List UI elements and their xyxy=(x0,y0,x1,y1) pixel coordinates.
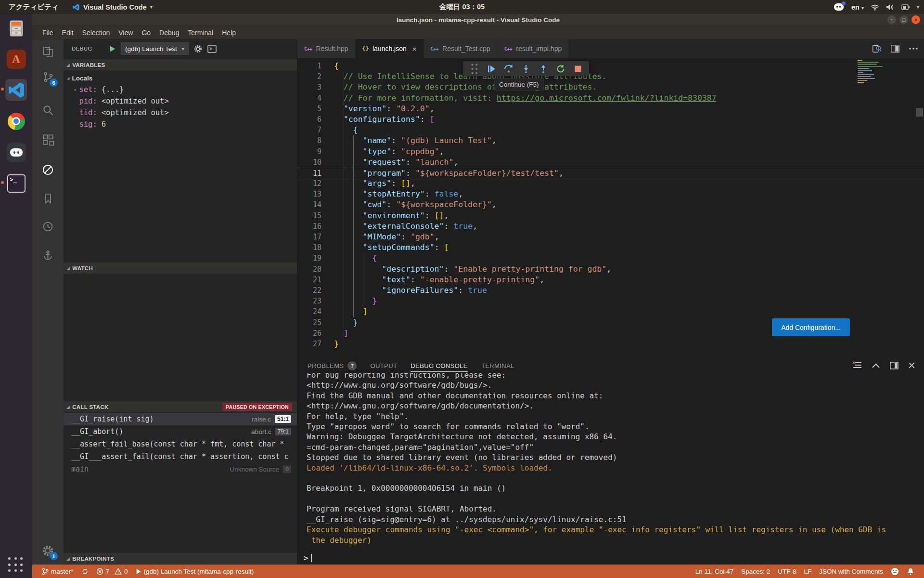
variable-row[interactable]: ▸set:{...} xyxy=(64,84,297,95)
continue-button[interactable] xyxy=(484,62,499,76)
settings-gear-icon[interactable]: 1 xyxy=(32,540,64,561)
stack-frame[interactable]: __GI___assert_fail(const char * assertio… xyxy=(64,450,297,463)
code-line[interactable]: 20 "description": "Enable pretty-printin… xyxy=(297,264,924,275)
keyboard-layout-indicator[interactable]: en ▾ xyxy=(851,3,864,11)
clock[interactable]: 金曜日 03：05 xyxy=(439,0,485,14)
tab-result_impl.hpp[interactable]: C++result_impl.hpp xyxy=(498,39,569,58)
debug-icon[interactable] xyxy=(32,159,64,180)
git-branch-item[interactable]: master* xyxy=(38,565,77,578)
activities-button[interactable]: アクティビティ xyxy=(0,0,67,14)
drag-grip-icon[interactable] xyxy=(467,62,481,76)
indentation-item[interactable]: Spaces: 2 xyxy=(737,568,774,575)
system-tray[interactable]: en ▾ ▾ xyxy=(834,0,919,14)
clear-console-icon[interactable] xyxy=(852,361,862,370)
more-actions-icon[interactable] xyxy=(909,47,918,51)
code-line[interactable]: 14 "cwd": "${workspaceFolder}", xyxy=(297,199,924,210)
code-line[interactable]: 10 "request": "launch", xyxy=(297,157,924,168)
variables-section-header[interactable]: ◢ VARIABLES xyxy=(64,59,297,70)
open-changes-icon[interactable] xyxy=(872,44,882,53)
restart-button[interactable] xyxy=(553,62,568,76)
step-out-button[interactable] xyxy=(536,62,551,76)
extensions-icon[interactable] xyxy=(32,129,64,150)
add-configuration-button[interactable]: Add Configuration... xyxy=(772,318,850,336)
code-line[interactable]: 12 "args": [], xyxy=(297,178,924,189)
stack-frame[interactable]: __assert_fail_base(const char * fmt, con… xyxy=(64,438,297,450)
debug-console-input[interactable]: > xyxy=(297,552,924,565)
tab-launch.json[interactable]: {}launch.json× xyxy=(356,39,424,58)
code-line[interactable]: 15 "environment": [], xyxy=(297,210,924,221)
panel-tab-output[interactable]: OUTPUT xyxy=(370,359,397,372)
encoding-item[interactable]: UTF-8 xyxy=(774,568,800,575)
search-icon[interactable] xyxy=(32,100,64,121)
split-editor-icon[interactable] xyxy=(890,44,900,53)
start-debug-icon[interactable] xyxy=(109,45,116,53)
stack-frame[interactable]: mainUnknown Source0 xyxy=(64,463,297,475)
code-line[interactable]: 19 { xyxy=(297,253,924,263)
code-line[interactable]: 17 "MIMode": "gdb", xyxy=(297,232,924,242)
code-line[interactable]: 24 ] xyxy=(297,306,924,317)
problems-item[interactable]: 7 0 xyxy=(92,565,132,578)
panel-tab-problems[interactable]: PROBLEMS7 xyxy=(308,359,357,372)
history-icon[interactable] xyxy=(32,216,64,237)
open-debug-console-icon[interactable] xyxy=(207,45,217,53)
menu-item-file[interactable]: File xyxy=(38,29,58,37)
bookmarks-icon[interactable] xyxy=(32,188,64,209)
files-app-icon[interactable] xyxy=(5,17,27,39)
close-tab-icon[interactable]: × xyxy=(412,45,417,53)
tab-Result_Test.cpp[interactable]: C++Result_Test.cpp xyxy=(424,39,498,58)
debug-status-item[interactable]: (gdb) Launch Test (mitama-cpp-result) xyxy=(132,565,258,578)
stack-frame[interactable]: __GI_abort()abort.c79:1 xyxy=(64,425,297,438)
menu-item-go[interactable]: Go xyxy=(137,29,155,37)
split-panel-icon[interactable] xyxy=(890,362,898,369)
maximize-button[interactable]: □ xyxy=(899,15,908,24)
menu-item-debug[interactable]: Debug xyxy=(155,29,183,37)
code-line[interactable]: 5 "version": "0.2.0", xyxy=(297,104,924,114)
ubuntu-software-icon[interactable]: A xyxy=(5,48,27,70)
variable-row[interactable]: ▸sig:6 xyxy=(64,118,297,130)
code-line[interactable]: 9 "type": "cppdbg", xyxy=(297,146,924,157)
show-applications-button[interactable] xyxy=(8,557,24,573)
variable-row[interactable]: ▸tid:<optimized out> xyxy=(64,107,297,118)
code-line[interactable]: 8 "name": "(gdb) Launch Test", xyxy=(297,135,924,146)
code-editor[interactable]: 1{2 // Use IntelliSense to learn about p… xyxy=(297,58,924,359)
step-into-button[interactable] xyxy=(519,62,533,76)
menu-item-view[interactable]: View xyxy=(114,29,137,37)
discord-tray-icon[interactable] xyxy=(834,3,845,12)
docker-anchor-icon[interactable] xyxy=(32,245,64,266)
watch-section-header[interactable]: ◢ WATCH xyxy=(64,263,297,274)
code-line[interactable]: 1{ xyxy=(297,61,924,71)
tab-Result.hpp[interactable]: C++Result.hpp xyxy=(297,39,356,58)
variable-row[interactable]: ▸pid:<optimized out> xyxy=(64,95,297,107)
code-line[interactable]: 22 "ignoreFailures": true xyxy=(297,285,924,296)
notifications-bell-icon[interactable] xyxy=(903,567,918,576)
chevron-down-icon[interactable]: ▾ xyxy=(917,4,919,10)
step-over-button[interactable] xyxy=(501,62,516,76)
sync-item[interactable] xyxy=(77,565,92,578)
cursor-position-item[interactable]: Ln 11, Col 47 xyxy=(692,568,737,575)
vscode-dock-icon[interactable] xyxy=(5,79,27,101)
code-line[interactable]: 2 // Use IntelliSense to learn about pos… xyxy=(297,71,924,82)
code-line[interactable]: 16 "externalConsole": true, xyxy=(297,221,924,232)
stack-frame[interactable]: __GI_raise(int sig)raise.c51:1 xyxy=(64,413,297,425)
code-line[interactable]: 23 } xyxy=(297,296,924,306)
feedback-smiley-icon[interactable] xyxy=(887,567,903,576)
menu-item-help[interactable]: Help xyxy=(218,29,240,37)
code-line[interactable]: 3 // Hover to view descriptions of exist… xyxy=(297,82,924,92)
explorer-icon[interactable] xyxy=(32,41,64,63)
code-line[interactable]: 18 "setupCommands": [ xyxy=(297,242,924,253)
code-line[interactable]: 7 { xyxy=(297,125,924,135)
maximize-panel-icon[interactable] xyxy=(872,363,880,368)
source-control-icon[interactable]: 6 xyxy=(32,66,64,88)
code-line[interactable]: 6 "configurations": [ xyxy=(297,114,924,125)
code-line[interactable]: 11 "program": "${workspaceFolder}/test/t… xyxy=(297,168,924,178)
configure-gear-icon[interactable] xyxy=(193,44,203,53)
minimap[interactable] xyxy=(858,60,886,84)
minimize-button[interactable]: − xyxy=(887,15,896,24)
code-line[interactable]: 4 // For more information, visit: https:… xyxy=(297,93,924,104)
discord-dock-icon[interactable] xyxy=(5,141,27,163)
title-bar[interactable]: launch.json - mitama-cpp-result - Visual… xyxy=(32,14,924,26)
chrome-icon[interactable] xyxy=(5,110,27,132)
panel-tab-terminal[interactable]: TERMINAL xyxy=(481,359,514,372)
code-line[interactable]: 13 "stopAtEntry": false, xyxy=(297,189,924,199)
code-line[interactable]: 27} xyxy=(297,339,924,349)
